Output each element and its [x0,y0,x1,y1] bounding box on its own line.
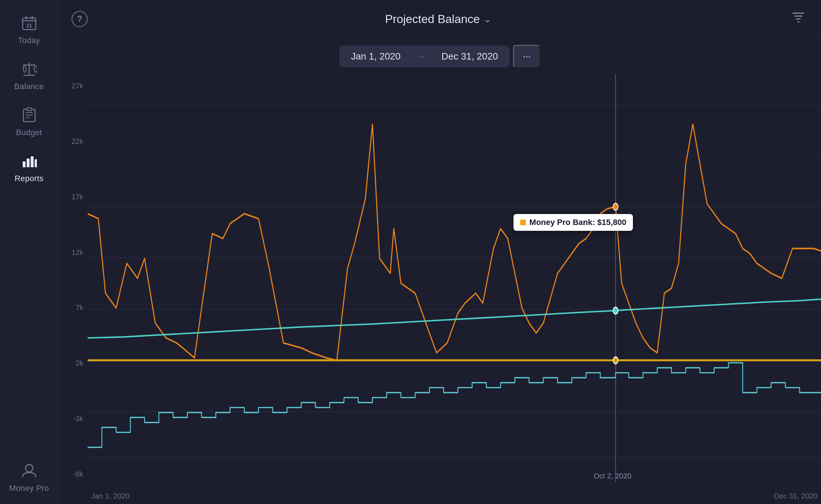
svg-rect-15 [31,156,34,167]
y-axis: 27k 22k 17k 12k 7k 2k -3k -8k [58,75,88,482]
moneypro-icon [21,462,37,481]
budget-icon [22,107,36,125]
date-arrow-icon: → [412,47,430,66]
y-label-neg3k: -3k [58,415,88,423]
header: ? Projected Balance ⌄ [58,0,821,38]
filter-button[interactable] [789,8,808,30]
chevron-down-icon: ⌄ [484,14,492,25]
reports-icon [22,153,37,171]
tooltip-text: Money Pro Bank: $15,800 [530,218,626,227]
sidebar-item-label-budget: Budget [16,128,42,137]
x-label-start: Jan 1, 2020 [91,492,130,500]
date-range-group[interactable]: Jan 1, 2020 → Dec 31, 2020 [339,46,510,67]
svg-rect-12 [27,108,31,111]
tooltip-color-dot [520,219,526,225]
svg-point-17 [26,465,33,472]
svg-text:21: 21 [26,23,32,28]
x-label-end: Dec 31, 2020 [774,492,817,500]
start-date-button[interactable]: Jan 1, 2020 [339,46,412,67]
main-content: ? Projected Balance ⌄ Jan 1, 2020 → Dec … [58,0,821,504]
sidebar-item-label-reports: Reports [15,174,43,183]
balance-icon [22,61,37,79]
end-date-button[interactable]: Dec 31, 2020 [430,46,510,67]
sidebar-item-balance[interactable]: Balance [0,53,58,99]
chart-area: 27k 22k 17k 12k 7k 2k -3k -8k [58,75,821,504]
svg-point-29 [613,307,618,314]
sidebar-item-label-balance: Balance [14,82,44,91]
sidebar-item-reports[interactable]: Reports [0,145,58,191]
projected-balance-chart [88,75,821,482]
x-axis: Jan 1, 2020 Dec 31, 2020 [88,492,821,500]
svg-rect-14 [27,159,30,167]
moneypro-label: Money Pro [9,484,49,493]
y-label-neg8k: -8k [58,470,88,478]
svg-rect-16 [35,159,37,167]
date-bar: Jan 1, 2020 → Dec 31, 2020 ··· [58,38,821,75]
y-label-7k: 7k [58,303,88,312]
y-label-17k: 17k [58,193,88,201]
y-label-12k: 12k [58,248,88,257]
sidebar-item-label-today: Today [18,36,40,45]
sidebar-item-today[interactable]: 21 Today [0,7,58,53]
y-label-22k: 22k [58,137,88,146]
help-button[interactable]: ? [72,11,88,27]
today-icon: 21 [22,15,37,33]
svg-point-28 [613,203,618,210]
sidebar: 21 Today Balance Budget [0,0,58,504]
sidebar-item-budget[interactable]: Budget [0,99,58,145]
page-title: Projected Balance [385,12,480,26]
y-label-2k: 2k [58,359,88,367]
title-button[interactable]: Projected Balance ⌄ [385,12,492,26]
date-more-button[interactable]: ··· [513,45,540,68]
sidebar-item-moneypro[interactable]: Money Pro [0,454,58,504]
header-left: ? [72,11,88,27]
svg-rect-13 [23,161,26,167]
chart-tooltip: Money Pro Bank: $15,800 [513,214,633,231]
crosshair-date-label: Oct 2, 2020 [594,472,631,480]
svg-point-30 [613,357,618,364]
y-label-27k: 27k [58,82,88,90]
